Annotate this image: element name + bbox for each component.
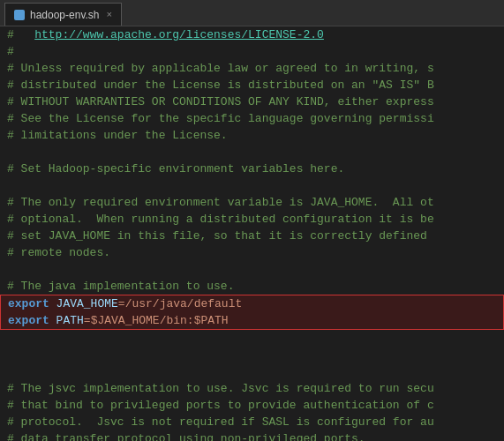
line-content: # set JAVA_HOME in this file, so that it… [7,228,504,244]
file-icon [14,10,25,20]
line-content: # The jsvc implementation to use. Jsvc i… [7,380,504,397]
editor-line: # The jsvc implementation to use. Jsvc i… [0,380,504,397]
line-content: # WITHOUT WARRANTIES OR CONDITIONS OF AN… [7,93,504,110]
var-name: JAVA_HOME [49,297,118,310]
url-link[interactable]: http://www.apache.org/licenses/LICENSE-2… [34,28,324,41]
editor-line-empty [0,177,504,194]
line-content: # Set Hadoop-specific environment variab… [7,161,504,177]
line-content: # The only required environment variable… [7,194,504,211]
editor: # http://www.apache.org/licenses/LICENSE… [0,26,504,441]
editor-line: # remote nodes. [0,244,504,261]
line-content: # remote nodes. [7,244,504,261]
editor-line: # WITHOUT WARRANTIES OR CONDITIONS OF AN… [0,93,504,110]
var-name: PATH [49,314,84,327]
editor-line: # optional. When running a distributed c… [0,211,504,228]
line-content: # protocol. Jsvc is not required if SASL… [7,414,504,430]
line-content: # distributed under the License is distr… [7,77,504,93]
line-content: # that bind to privileged ports to provi… [7,397,504,414]
editor-line: # protocol. Jsvc is not required if SASL… [0,414,504,430]
export-line: export PATH=$JAVA_HOME/bin:$PATH [1,312,503,329]
editor-line: # http://www.apache.org/licenses/LICENSE… [0,26,504,43]
editor-line: # Unless required by applicable law or a… [0,60,504,77]
editor-line: # Set Hadoop-specific environment variab… [0,161,504,177]
editor-line: # See the License for the specific langu… [0,110,504,127]
line-content: # See the License for the specific langu… [7,110,504,127]
highlighted-export-block: export JAVA_HOME=/usr/java/defaultexport… [0,295,504,330]
line-content: # [7,43,504,60]
editor-line: # The only required environment variable… [0,194,504,211]
tab-label: hadoop-env.sh [30,9,100,21]
tab-close-button[interactable]: × [107,10,113,20]
tab-hadoop-env[interactable]: hadoop-env.sh × [4,3,122,26]
line-content: export JAVA_HOME=/usr/java/default [8,295,503,312]
line-content: # limitations under the License. [7,127,504,144]
line-content: # data transfer protocol using non-privi… [7,430,504,441]
editor-line-empty [0,144,504,161]
var-value: =/usr/java/default [118,297,242,310]
editor-line-empty [0,261,504,278]
keyword-export: export [8,314,49,327]
export-line: export JAVA_HOME=/usr/java/default [1,295,503,312]
editor-line: # that bind to privileged ports to provi… [0,397,504,414]
line-content: # The java implementation to use. [7,278,504,295]
var-value: =$JAVA_HOME/bin:$PATH [84,314,229,327]
editor-line: # distributed under the License is distr… [0,77,504,93]
editor-line-empty [0,330,504,347]
editor-line: # data transfer protocol using non-privi… [0,430,504,441]
editor-line-empty [0,347,504,363]
editor-line: # The java implementation to use. [0,278,504,295]
editor-line: # limitations under the License. [0,127,504,144]
editor-line: # [0,43,504,60]
tab-bar: hadoop-env.sh × [0,0,504,26]
line-content: export PATH=$JAVA_HOME/bin:$PATH [8,312,503,329]
line-content: # Unless required by applicable law or a… [7,60,504,77]
editor-line: # set JAVA_HOME in this file, so that it… [0,228,504,244]
line-content: # optional. When running a distributed c… [7,211,504,228]
comment-text: # [7,28,34,41]
keyword-export: export [8,297,49,310]
line-content: # http://www.apache.org/licenses/LICENSE… [7,26,504,43]
editor-line-empty [0,363,504,380]
